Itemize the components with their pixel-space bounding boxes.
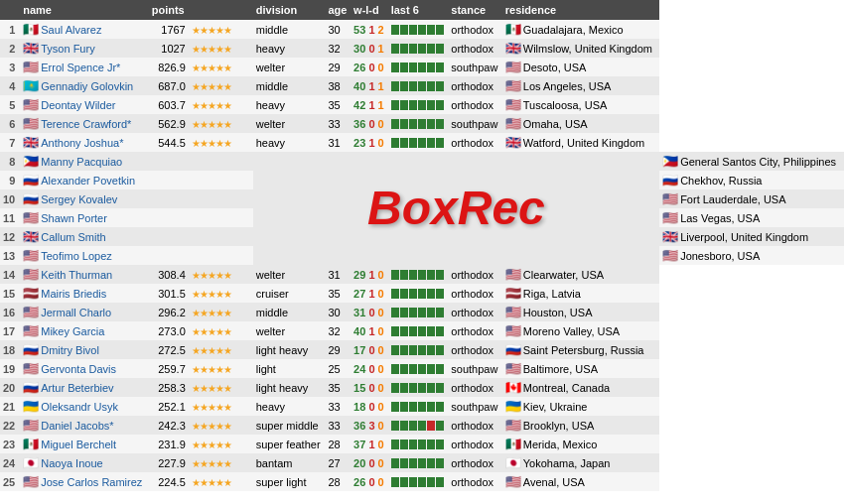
boxer-name-link[interactable]: Deontay Wilder — [41, 99, 115, 111]
age-cell: 30 — [325, 20, 351, 39]
res-flag-icon: 🇺🇸 — [662, 191, 678, 206]
boxer-name-link[interactable]: Saul Alvarez — [41, 24, 101, 36]
points-cell — [149, 227, 189, 246]
boxer-name-link[interactable]: Mairis Briedis — [41, 288, 106, 300]
residence-text: Fort Lauderdale, USA — [680, 193, 785, 205]
boxer-name-link[interactable]: Teofimo Lopez — [41, 250, 112, 262]
bar-segment — [418, 364, 426, 374]
age-cell: 29 — [325, 58, 351, 76]
last6-cell — [388, 359, 449, 378]
draws: 0 — [378, 118, 384, 130]
boxer-name-link[interactable]: Dmitry Bivol — [41, 344, 99, 356]
division-cell: cruiser — [253, 284, 326, 303]
draws: 0 — [378, 137, 384, 149]
bar-segment — [391, 345, 399, 355]
bar-segment — [427, 289, 435, 299]
rank-cell: 9 — [0, 171, 20, 189]
name-cell: 🇲🇽Saul Alvarez — [20, 20, 148, 39]
boxer-name-link[interactable]: Terence Crawford* — [41, 118, 131, 130]
age-cell: 33 — [325, 114, 351, 133]
age-cell: 31 — [325, 133, 351, 152]
boxer-name-link[interactable]: Sergey Kovalev — [41, 193, 117, 205]
stars-cell: ★★★★★ — [189, 378, 253, 397]
bar-segment — [409, 81, 417, 91]
losses: 0 — [368, 43, 374, 55]
residence-cell: 🇬🇧Liverpool, United Kingdom — [659, 227, 844, 246]
boxer-name-link[interactable]: Jermall Charlo — [41, 307, 111, 318]
bar-segment — [409, 138, 417, 148]
bar-segment — [427, 458, 435, 468]
boxer-name-link[interactable]: Alexander Povetkin — [41, 175, 135, 187]
bar-segment — [391, 289, 399, 299]
last6-cell — [388, 20, 449, 39]
boxer-name-link[interactable]: Oleksandr Usyk — [41, 401, 118, 413]
flag-icon: 🇲🇽 — [23, 22, 39, 37]
division-cell: heavy — [253, 39, 326, 58]
bar-segment — [400, 364, 408, 374]
stance-cell: orthodox — [448, 303, 502, 321]
bar-segment — [436, 458, 444, 468]
stance-cell: orthodox — [448, 76, 502, 95]
stars-display: ★★★★★ — [192, 421, 231, 432]
points-cell: 273.0 — [149, 321, 189, 340]
flag-icon: 🇯🇵 — [23, 455, 39, 470]
boxer-name-link[interactable]: Daniel Jacobs* — [41, 420, 113, 432]
boxer-name-link[interactable]: Artur Beterbiev — [41, 382, 113, 394]
draws: 0 — [378, 420, 384, 432]
name-cell: 🇷🇺Dmitry Bivol — [20, 340, 148, 359]
last6-cell — [388, 265, 449, 284]
name-cell: 🇷🇺Alexander Povetkin — [20, 171, 148, 189]
boxer-name-link[interactable]: Gervonta Davis — [41, 363, 116, 375]
name-cell: 🇷🇺Sergey Kovalev — [20, 189, 148, 208]
last6-bars — [391, 63, 446, 72]
residence-cell: 🇺🇸Jonesboro, USA — [659, 246, 844, 265]
stars-cell: ★★★★★ — [189, 359, 253, 378]
division-cell: welter — [253, 321, 326, 340]
table-row: 16🇺🇸Jermall Charlo296.2★★★★★middle3031 0… — [0, 303, 844, 321]
bar-segment — [391, 25, 399, 35]
boxer-name-link[interactable]: Tyson Fury — [41, 43, 94, 55]
last6-cell — [388, 453, 449, 472]
residence-text: Omaha, USA — [523, 118, 588, 130]
losses: 0 — [368, 118, 374, 130]
boxer-name-link[interactable]: Shawn Porter — [41, 212, 107, 224]
boxer-name-link[interactable]: Callum Smith — [41, 231, 105, 243]
bar-segment — [418, 100, 426, 110]
bar-segment — [427, 270, 435, 280]
bar-segment — [400, 63, 408, 72]
boxer-name-link[interactable]: Miguel Berchelt — [41, 439, 116, 450]
res-flag-icon: 🇺🇸 — [505, 116, 521, 131]
residence-cell: 🇺🇸Los Angeles, USA — [502, 76, 659, 95]
bar-segment — [436, 119, 444, 129]
draws: 1 — [378, 99, 384, 111]
stance-cell: orthodox — [448, 321, 502, 340]
boxer-name-link[interactable]: Manny Pacquiao — [41, 156, 122, 168]
boxer-name-link[interactable]: Anthony Joshua* — [41, 137, 123, 149]
stars-cell — [189, 227, 253, 246]
bar-segment — [427, 402, 435, 412]
bar-segment — [409, 440, 417, 449]
losses: 0 — [368, 62, 374, 73]
age-cell: 32 — [325, 39, 351, 58]
bar-segment — [436, 477, 444, 487]
boxer-name-link[interactable]: Naoya Inoue — [41, 457, 102, 469]
division-cell: light — [253, 359, 326, 378]
wins: 36 — [353, 118, 365, 130]
bar-segment — [427, 81, 435, 91]
residence-text: Yokohama, Japan — [523, 457, 611, 469]
boxer-name-link[interactable]: Errol Spence Jr* — [41, 62, 120, 73]
division-cell: heavy — [253, 397, 326, 416]
points-cell: 227.9 — [149, 453, 189, 472]
boxer-name-link[interactable]: Gennadiy Golovkin — [41, 80, 133, 92]
bar-segment — [391, 119, 399, 129]
last6-bars — [391, 458, 446, 468]
residence-cell: 🇨🇦Montreal, Canada — [502, 378, 659, 397]
boxer-name-link[interactable]: Jose Carlos Ramirez — [41, 476, 142, 488]
residence-cell: 🇬🇧Wilmslow, United Kingdom — [502, 39, 659, 58]
boxer-name-link[interactable]: Mikey Garcia — [41, 325, 104, 337]
points-cell: 308.4 — [149, 265, 189, 284]
residence-cell: 🇺🇸Fort Lauderdale, USA — [659, 189, 844, 208]
boxer-name-link[interactable]: Keith Thurman — [41, 269, 112, 281]
stance-cell: orthodox — [448, 39, 502, 58]
last6-bars — [391, 477, 446, 487]
